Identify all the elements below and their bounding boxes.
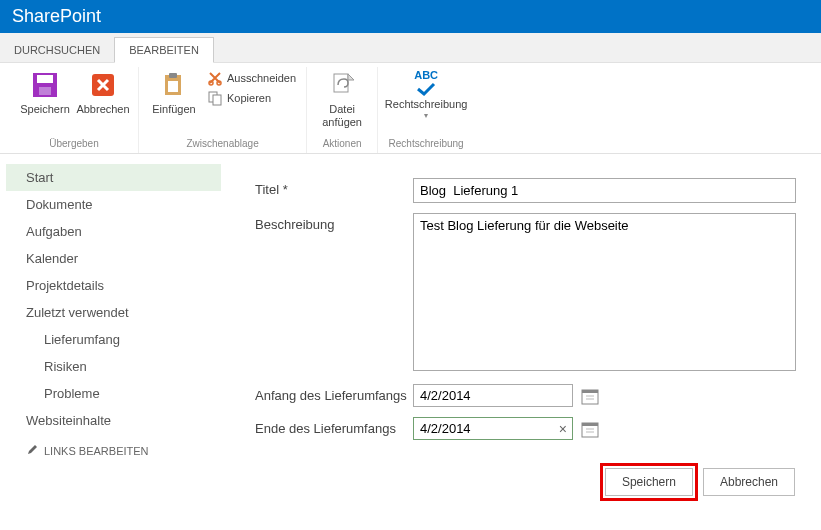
dropdown-arrow-icon: ▾ (424, 111, 428, 121)
suite-bar: SharePoint (0, 0, 821, 33)
ribbon-group-spell: ABC Rechtschreibung ▾ Rechtschreibung (378, 67, 474, 153)
ribbon-save-button[interactable]: Speichern (18, 69, 72, 116)
save-button[interactable]: Speichern (605, 468, 693, 496)
label-anfang: Anfang des Lieferumfangs (255, 384, 413, 403)
ribbon-spellcheck-button[interactable]: ABC Rechtschreibung ▾ (386, 69, 466, 121)
svg-rect-13 (582, 390, 598, 393)
tab-browse[interactable]: DURCHSUCHEN (0, 38, 114, 62)
input-titel[interactable] (413, 178, 796, 203)
calendar-icon[interactable] (581, 420, 599, 438)
ribbon-cancel-button[interactable]: Abbrechen (76, 69, 130, 116)
suite-title: SharePoint (12, 6, 101, 26)
calendar-icon[interactable] (581, 387, 599, 405)
copy-icon (207, 90, 223, 106)
ribbon-copy-button[interactable]: Kopieren (205, 89, 273, 107)
clear-icon[interactable]: × (559, 421, 567, 437)
nav-edit-links[interactable]: LINKS BEARBEITEN (6, 434, 221, 458)
svg-rect-1 (37, 75, 53, 83)
spellcheck-icon: ABC (410, 69, 442, 96)
label-ende: Ende des Lieferumfangs (255, 417, 413, 436)
ribbon-tab-strip: DURCHSUCHEN BEARBEITEN (0, 33, 821, 63)
svg-rect-6 (168, 81, 178, 92)
nav-sub-probleme[interactable]: Probleme (6, 380, 221, 407)
nav-item-kalender[interactable]: Kalender (6, 245, 221, 272)
tab-edit[interactable]: BEARBEITEN (114, 37, 214, 63)
svg-rect-2 (39, 87, 51, 95)
svg-rect-11 (334, 74, 348, 92)
nav-item-dokumente[interactable]: Dokumente (6, 191, 221, 218)
nav-item-start[interactable]: Start (6, 164, 221, 191)
cancel-button[interactable]: Abbrechen (703, 468, 795, 496)
nav-item-projektdetails[interactable]: Projektdetails (6, 272, 221, 299)
ribbon-group-commit: Speichern Abbrechen Übergeben (10, 67, 139, 153)
svg-rect-17 (582, 423, 598, 426)
save-icon (29, 69, 61, 101)
nav-sub-lieferumfang[interactable]: Lieferumfang (6, 326, 221, 353)
paste-icon (158, 69, 190, 101)
ribbon-attach-button[interactable]: Datei anfügen (315, 69, 369, 129)
left-nav: Start Dokumente Aufgaben Kalender Projek… (6, 164, 221, 504)
pencil-icon (26, 444, 38, 458)
cut-icon (207, 70, 223, 86)
ribbon-group-actions: Datei anfügen Aktionen (307, 67, 378, 153)
nav-item-aufgaben[interactable]: Aufgaben (6, 218, 221, 245)
ribbon-group-clipboard: Einfügen Ausschneiden Kopieren Zwischena… (139, 67, 307, 153)
input-beschreibung[interactable] (413, 213, 796, 371)
input-ende-date[interactable] (413, 417, 573, 440)
svg-rect-5 (169, 73, 177, 78)
nav-sub-risiken[interactable]: Risiken (6, 353, 221, 380)
nav-item-zuletzt[interactable]: Zuletzt verwendet (6, 299, 221, 326)
ribbon-cut-button[interactable]: Ausschneiden (205, 69, 298, 87)
label-titel: Titel * (255, 178, 413, 197)
svg-rect-10 (213, 95, 221, 105)
cancel-icon (87, 69, 119, 101)
label-beschreibung: Beschreibung (255, 213, 413, 232)
ribbon: Speichern Abbrechen Übergeben Einfügen (0, 63, 821, 154)
attach-icon (326, 69, 358, 101)
input-anfang-date[interactable] (413, 384, 573, 407)
form-area: Titel * Beschreibung Anfang des Lieferum… (221, 164, 815, 504)
nav-item-websiteinhalte[interactable]: Websiteinhalte (6, 407, 221, 434)
ribbon-paste-button[interactable]: Einfügen (147, 69, 201, 116)
